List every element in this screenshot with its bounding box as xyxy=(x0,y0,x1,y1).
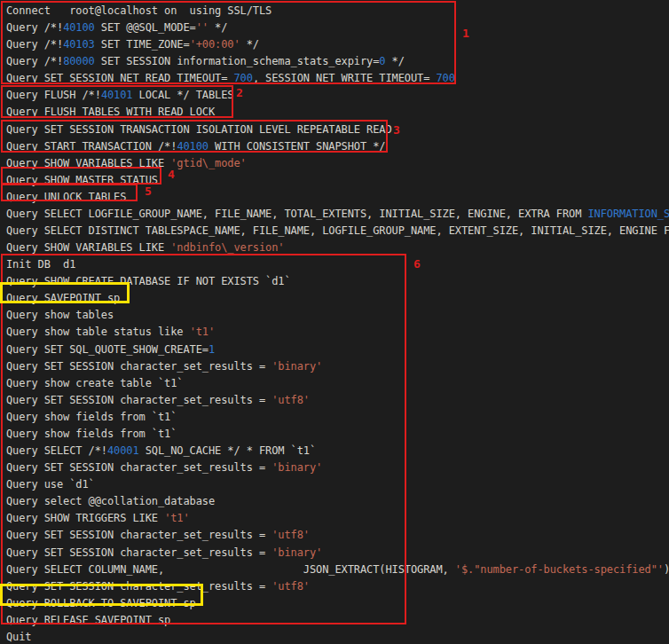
log-segment-blue: 40100 xyxy=(63,21,95,34)
log-line-31: Query SHOW TRIGGERS LIKE 't1' xyxy=(6,510,669,527)
log-segment-fg: Query SELECT COLUMN_NAME, JSON_EXTRACT(H… xyxy=(6,563,455,576)
log-segment-fg: Query SET SESSION character_set_results … xyxy=(6,529,272,541)
log-segment-fg: Query SHOW VARIABLES LIKE xyxy=(6,157,170,169)
log-segment-fg: SET TIME_ZONE= xyxy=(95,38,190,51)
log-segment-fg: Query SET SESSION TRANSACTION ISOLATION … xyxy=(6,123,392,136)
log-segment-fg: Query SET SESSION character_set_results … xyxy=(6,461,272,474)
log-segment-fg: Query SAVEPOINT sp xyxy=(6,292,120,304)
log-line-36: Query ROLLBACK TO SAVEPOINT sp xyxy=(6,595,669,612)
log-segment-fg: Quit xyxy=(6,631,32,643)
log-segment-blue: 700 xyxy=(234,72,253,84)
log-segment-fg: Query SET SESSION character_set_results … xyxy=(6,360,272,373)
log-segment-orange: '$."number-of-buckets-specified"' xyxy=(455,563,664,576)
log-segment-fg: Query SHOW VARIABLES LIKE xyxy=(6,241,170,254)
log-segment-orange: 'utf8' xyxy=(272,394,310,406)
log-segment-fg: SET @@SQL_MODE= xyxy=(95,21,196,34)
log-segment-fg: WITH CONSISTENT SNAPSHOT */ xyxy=(209,140,386,153)
log-segment-blue: 40103 xyxy=(63,38,95,51)
log-line-22: Query SET SESSION character_set_results … xyxy=(6,358,669,375)
log-segment-fg: Query ROLLBACK TO SAVEPOINT sp xyxy=(6,597,196,609)
log-line-17: Query SHOW CREATE DATABASE IF NOT EXISTS… xyxy=(6,273,669,290)
log-segment-blue: INFORMATION_SCH xyxy=(587,208,669,220)
log-segment-fg: Query show create table `t1` xyxy=(6,377,184,389)
log-segment-orange: 't1' xyxy=(190,326,216,338)
log-segment-fg: SET SESSION information_schema_stats_exp… xyxy=(95,55,380,67)
log-segment-fg: */ xyxy=(385,55,404,67)
log-line-35: Query SET SESSION character_set_results … xyxy=(6,578,669,595)
log-segment-orange: 'binary' xyxy=(272,360,322,373)
log-segment-orange: 'binary' xyxy=(272,461,322,474)
log-segment-fg: Init DB d1 xyxy=(6,258,75,271)
log-segment-fg: Query SET SESSION character_set_results … xyxy=(6,546,272,559)
log-segment-fg: Query FLUSH /*! xyxy=(6,89,101,101)
log-segment-blue: 40001 xyxy=(107,444,139,457)
log-segment-orange: '' xyxy=(196,21,209,34)
log-line-26: Query show fields from `t1` xyxy=(6,426,669,443)
log-line-25: Query show fields from `t1` xyxy=(6,409,669,426)
log-segment-orange: 'utf8' xyxy=(272,580,310,593)
log-line-4: Query /*!80000 SET SESSION information_s… xyxy=(6,53,669,70)
log-line-34: Query SELECT COLUMN_NAME, JSON_EXTRACT(H… xyxy=(6,562,669,578)
log-segment-blue: 1 xyxy=(209,343,215,356)
log-line-20: Query show table status like 't1' xyxy=(6,324,669,341)
log-segment-fg: , SESSION NET_WRITE_TIMEOUT= xyxy=(253,72,437,84)
log-line-16: Init DB d1 xyxy=(6,256,669,273)
log-segment-fg: Query SELECT DISTINCT TABLESPACE_NAME, F… xyxy=(6,224,669,237)
log-segment-fg: Query UNLOCK TABLES xyxy=(6,191,126,203)
log-line-27: Query SELECT /*!40001 SQL_NO_CACHE */ * … xyxy=(6,443,669,459)
log-line-18: Query SAVEPOINT sp xyxy=(6,290,669,307)
log-segment-fg: Query /*! xyxy=(6,38,63,51)
log-segment-fg: Query FLUSH TABLES WITH READ LOCK xyxy=(6,106,215,118)
log-segment-orange: 'gtid\_mode' xyxy=(170,157,247,169)
log-segment-fg: Query use `d1` xyxy=(6,478,95,491)
log-line-28: Query SET SESSION character_set_results … xyxy=(6,459,669,476)
log-segment-fg: Query show tables xyxy=(6,309,114,321)
log-segment-fg: Query SET SESSION character_set_results … xyxy=(6,580,272,593)
log-segment-fg: Query SELECT LOGFILE_GROUP_NAME, FILE_NA… xyxy=(6,208,587,220)
log-line-13: Query SELECT LOGFILE_GROUP_NAME, FILE_NA… xyxy=(6,206,669,223)
log-segment-orange: 'utf8' xyxy=(272,529,310,541)
terminal-output: Connect root@localhost on using SSL/TLSQ… xyxy=(0,0,669,644)
log-line-21: Query SET SQL_QUOTE_SHOW_CREATE=1 xyxy=(6,342,669,358)
log-segment-fg: Query SHOW MASTER STATUS xyxy=(6,174,158,186)
log-line-14: Query SELECT DISTINCT TABLESPACE_NAME, F… xyxy=(6,223,669,240)
log-line-33: Query SET SESSION character_set_results … xyxy=(6,545,669,562)
log-line-30: Query select @@collation_database xyxy=(6,493,669,510)
log-segment-fg: */ xyxy=(209,21,227,34)
log-segment-blue: 40101 xyxy=(101,89,133,101)
log-line-37: Query RELEASE SAVEPOINT sp xyxy=(6,612,669,629)
log-segment-fg: Query show table status like xyxy=(6,326,190,338)
log-line-3: Query /*!40103 SET TIME_ZONE='+00:00' */ xyxy=(6,36,669,53)
log-segment-orange: '+00:00' xyxy=(190,38,240,51)
log-segment-fg: Query /*! xyxy=(6,21,63,34)
log-line-19: Query show tables xyxy=(6,307,669,324)
log-line-1: Connect root@localhost on using SSL/TLS xyxy=(6,3,669,20)
log-line-5: Query SET SESSION NET_READ_TIMEOUT= 700,… xyxy=(6,70,669,87)
log-segment-orange: 'ndbinfo\_version' xyxy=(170,241,284,254)
log-line-23: Query show create table `t1` xyxy=(6,375,669,392)
log-line-24: Query SET SESSION character_set_results … xyxy=(6,392,669,409)
log-segment-fg: Query show fields from `t1` xyxy=(6,411,177,423)
log-line-9: Query START TRANSACTION /*!40100 WITH CO… xyxy=(6,138,669,155)
log-segment-fg: Query SHOW TRIGGERS LIKE xyxy=(6,512,164,524)
log-line-38: Quit xyxy=(6,629,669,644)
log-segment-fg: Query SHOW CREATE DATABASE IF NOT EXISTS… xyxy=(6,275,291,287)
log-line-8: Query SET SESSION TRANSACTION ISOLATION … xyxy=(6,122,669,138)
log-segment-fg: */ xyxy=(240,38,259,51)
log-segment-fg: Query SELECT /*! xyxy=(6,444,107,457)
log-segment-fg: Query SET SQL_QUOTE_SHOW_CREATE= xyxy=(6,343,209,356)
log-segment-orange: 't1' xyxy=(164,512,190,524)
log-segment-fg: Query /*! xyxy=(6,55,63,67)
log-line-2: Query /*!40100 SET @@SQL_MODE='' */ xyxy=(6,20,669,36)
log-segment-fg: Connect root@localhost on using SSL/TLS xyxy=(6,4,272,17)
log-segment-blue: 40100 xyxy=(177,140,209,153)
terminal-window: Connect root@localhost on using SSL/TLSQ… xyxy=(0,0,669,644)
log-line-29: Query use `d1` xyxy=(6,476,669,493)
log-segment-fg: Query SET SESSION character_set_results … xyxy=(6,394,272,406)
log-segment-orange: 'binary' xyxy=(272,546,322,559)
log-segment-fg: SQL_NO_CACHE */ * FROM `t1` xyxy=(139,444,317,457)
log-segment-fg: Query select @@collation_database xyxy=(6,495,215,507)
log-segment-fg: ) xyxy=(664,563,669,576)
log-line-32: Query SET SESSION character_set_results … xyxy=(6,527,669,544)
log-segment-blue: 700 xyxy=(437,72,455,84)
